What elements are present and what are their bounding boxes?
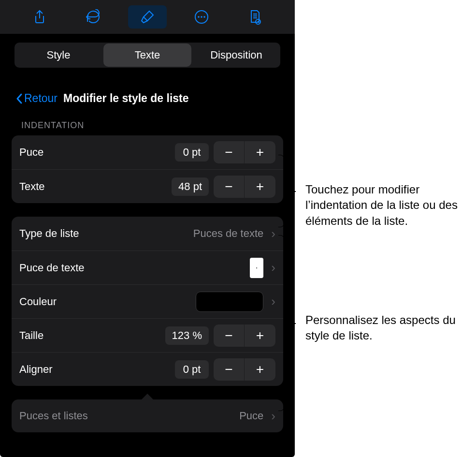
indent-puce-decrement[interactable]: − <box>214 141 245 163</box>
format-panel: Retour Modifier le style de liste INDENT… <box>12 87 283 386</box>
indent-puce-label: Puce <box>19 146 43 159</box>
align-decrement[interactable]: − <box>214 358 245 381</box>
tab-disposition[interactable]: Disposition <box>192 43 280 68</box>
back-button[interactable]: Retour <box>15 92 58 105</box>
callouts: Touchez pour modifier l’indentation de l… <box>295 0 476 457</box>
indent-texte-row: Texte 48 pt − + <box>12 169 283 203</box>
brush-icon <box>140 9 155 25</box>
list-type-row[interactable]: Type de liste Puces de texte › <box>12 217 283 251</box>
size-value[interactable]: 123 % <box>165 326 209 345</box>
chevron-right-icon: › <box>271 226 275 241</box>
svg-point-1 <box>198 16 200 18</box>
indent-texte-decrement[interactable]: − <box>214 176 245 198</box>
tab-style[interactable]: Style <box>14 43 102 68</box>
more-button[interactable] <box>182 5 221 29</box>
indent-puce-increment[interactable]: + <box>245 141 275 163</box>
size-label: Taille <box>19 329 43 342</box>
callout-style: Personnalisez les aspects du style de li… <box>305 312 475 344</box>
chevron-left-icon <box>15 93 23 104</box>
indentation-card: Puce 0 pt − + Texte 48 pt − + <box>12 135 283 203</box>
align-stepper: − + <box>214 358 275 381</box>
bullet-swatch: · <box>250 258 263 278</box>
align-value[interactable]: 0 pt <box>175 360 209 379</box>
list-type-value: Puces de texte <box>193 227 264 240</box>
svg-point-3 <box>203 16 205 18</box>
callout-indentation: Touchez pour modifier l’indentation de l… <box>305 182 475 229</box>
list-type-label: Type de liste <box>19 227 79 240</box>
callout-bracket-2 <box>278 235 284 411</box>
indent-texte-value[interactable]: 48 pt <box>172 177 209 196</box>
callout-bracket-1 <box>278 155 284 227</box>
svg-point-2 <box>201 16 202 18</box>
bullets-lists-label: Puces et listes <box>19 410 88 422</box>
back-label: Retour <box>24 92 58 105</box>
size-increment[interactable]: + <box>245 324 275 347</box>
indent-texte-increment[interactable]: + <box>245 176 275 198</box>
align-label: Aligner <box>19 363 52 376</box>
undo-icon <box>86 9 101 25</box>
list-style-card: Type de liste Puces de texte › Puce de t… <box>12 217 283 386</box>
undo-button[interactable] <box>74 5 113 29</box>
chevron-right-icon: › <box>271 260 275 275</box>
text-bullet-label: Puce de texte <box>19 262 85 274</box>
size-stepper: − + <box>214 324 275 347</box>
panel-title: Modifier le style de liste <box>63 92 188 105</box>
pages-icon <box>247 9 263 25</box>
tab-texte[interactable]: Texte <box>103 44 191 67</box>
indent-puce-stepper: − + <box>214 141 275 163</box>
indent-texte-label: Texte <box>19 180 45 193</box>
segmented-control-wrap: Style Texte Disposition <box>0 34 295 68</box>
size-row: Taille 123 % − + <box>12 318 283 352</box>
segmented-control: Style Texte Disposition <box>14 43 280 68</box>
indent-texte-stepper: − + <box>214 176 275 198</box>
format-button[interactable] <box>128 5 167 29</box>
indent-puce-row: Puce 0 pt − + <box>12 135 283 169</box>
color-row[interactable]: Couleur › <box>12 284 283 318</box>
share-icon <box>32 9 47 25</box>
bullets-lists-row[interactable]: Puces et listes Puce › <box>12 399 283 432</box>
chevron-right-icon: › <box>271 294 275 309</box>
indentation-section-label: INDENTATION <box>12 115 283 135</box>
share-button[interactable] <box>20 5 59 29</box>
chevron-right-icon: › <box>271 409 275 424</box>
align-increment[interactable]: + <box>245 358 275 381</box>
indent-puce-value[interactable]: 0 pt <box>175 143 209 162</box>
bullets-lists-value: Puce <box>239 410 263 422</box>
color-label: Couleur <box>19 295 57 308</box>
panel-nav: Retour Modifier le style de liste <box>12 87 283 115</box>
size-decrement[interactable]: − <box>214 324 245 347</box>
pages-button[interactable] <box>236 5 274 29</box>
svg-point-5 <box>258 21 259 23</box>
device-frame: Style Texte Disposition Retour Modifier … <box>0 0 295 457</box>
text-bullet-row[interactable]: Puce de texte · › <box>12 251 283 284</box>
more-icon <box>194 9 209 25</box>
top-toolbar <box>0 0 295 34</box>
align-row: Aligner 0 pt − + <box>12 352 283 386</box>
color-swatch <box>196 292 263 312</box>
